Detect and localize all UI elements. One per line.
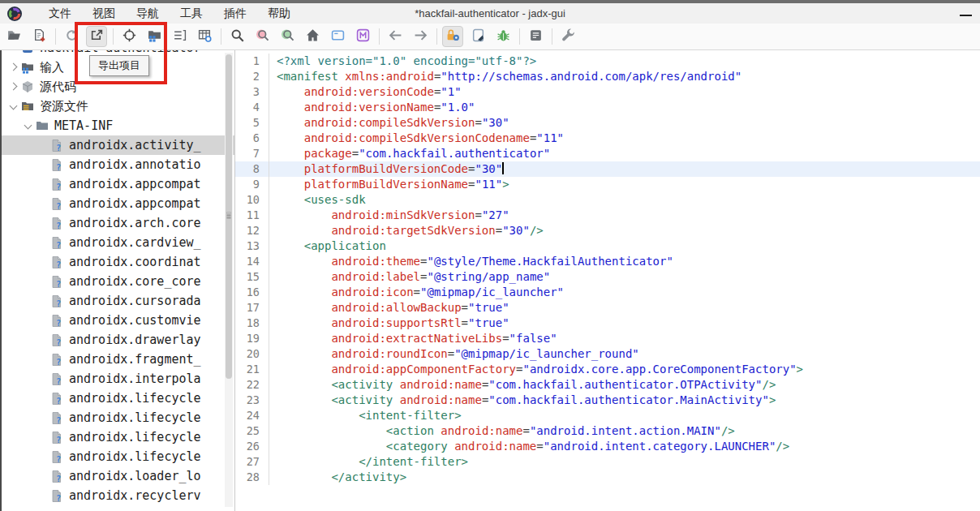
code-line: 1<?xml version="1.0" encoding="utf-8"?>	[235, 54, 980, 69]
export-button[interactable]	[86, 26, 107, 47]
refresh-button[interactable]	[61, 26, 82, 47]
jadx-logo-icon	[6, 6, 23, 22]
packages-folder-button[interactable]	[144, 26, 165, 47]
deobfuscation-button[interactable]	[442, 26, 463, 47]
code-editor[interactable]: 1<?xml version="1.0" encoding="utf-8"?>2…	[235, 50, 980, 511]
file-unknown-icon: ?	[50, 236, 65, 250]
chevron-down-icon[interactable]	[8, 101, 19, 112]
tree-item[interactable]: 资源文件	[2, 97, 234, 116]
menu-bar: 文件 视图 导航 工具 插件 帮助	[49, 6, 290, 21]
line-number: 10	[235, 192, 269, 208]
tree-item[interactable]: ?androidx.appcompat	[2, 194, 234, 213]
back-button[interactable]	[385, 26, 406, 47]
tree-item-label: 输入	[40, 60, 64, 75]
crosshair-button[interactable]	[118, 26, 140, 47]
svg-text:?: ?	[56, 202, 61, 210]
chevron-placeholder	[37, 354, 49, 365]
tree-item[interactable]: ?androidx.recyclerv	[2, 486, 234, 505]
tree-item-label: androidx.coordinat	[69, 255, 201, 269]
tree-item[interactable]: ?androidx.appcompat	[2, 174, 234, 194]
line-number: 17	[235, 300, 269, 316]
search-text-button[interactable]	[251, 26, 273, 47]
debug-button[interactable]	[492, 26, 514, 47]
tree-item[interactable]: ?androidx.coordinat	[2, 252, 234, 272]
forward-button[interactable]	[410, 26, 431, 47]
file-unknown-icon: ?	[50, 139, 65, 152]
search-icon	[230, 28, 244, 45]
chevron-down-icon[interactable]	[23, 120, 34, 131]
menu-tools[interactable]: 工具	[180, 6, 203, 21]
tree-item[interactable]: ?androidx.loader_lo	[2, 466, 234, 486]
chevron-right-icon[interactable]	[8, 62, 19, 73]
main-activity-button[interactable]	[352, 26, 373, 47]
line-number: 12	[235, 223, 269, 238]
tree-item[interactable]: ?androidx.lifecycle	[2, 389, 234, 408]
svg-text:?: ?	[56, 455, 61, 463]
svg-text:?: ?	[56, 474, 61, 483]
table-button[interactable]	[194, 26, 215, 47]
tree-item[interactable]: ?androidx.activity_	[2, 135, 234, 155]
tree-item[interactable]: ?androidx.drawerlay	[2, 330, 234, 350]
window-top-border	[0, 0, 980, 3]
tree-item[interactable]: ?androidx.fragment_	[2, 350, 234, 369]
tree-item[interactable]: ?androidx.lifecycle	[2, 447, 234, 466]
tree-item[interactable]: ?androidx.interpola	[2, 369, 234, 389]
file-unknown-icon: ?	[50, 197, 65, 211]
window-frame-button[interactable]	[327, 26, 348, 47]
search-class-button[interactable]	[277, 26, 298, 47]
code-line: 3 android:versionCode="1"	[235, 84, 980, 100]
tree-item[interactable]: ?androidx.annotatio	[2, 155, 234, 174]
tree-item-label: androidx.interpola	[69, 371, 201, 386]
sidebar-scrollbar[interactable]	[225, 53, 233, 507]
tree-item-label: androidx.core_core	[69, 274, 201, 289]
tree-item-label: androidx.lifecycle	[69, 449, 201, 464]
menu-file[interactable]: 文件	[49, 6, 71, 21]
chevron-right-icon[interactable]	[8, 81, 19, 92]
search-button[interactable]	[226, 26, 247, 47]
menu-view[interactable]: 视图	[92, 6, 115, 21]
tree-item-label: 资源文件	[40, 99, 88, 114]
code-line: 8 platformBuildVersionCode="30"	[235, 161, 980, 177]
code-line: 12 android:targetSdkVersion="30"/>	[235, 223, 980, 238]
home-button[interactable]	[302, 26, 323, 47]
scrollbar-thumb[interactable]	[226, 54, 232, 379]
tree-item[interactable]: META-INF	[2, 116, 234, 135]
menu-plugins[interactable]: 插件	[224, 6, 247, 21]
menu-navigation[interactable]: 导航	[136, 6, 159, 21]
tree-item[interactable]: ?androidx.cursorada	[2, 291, 234, 311]
log-icon	[529, 28, 543, 45]
tree-item[interactable]: ?androidx.lifecycle	[2, 427, 234, 447]
line-number: 24	[235, 408, 269, 423]
code-line: 28 </activity>	[235, 470, 980, 485]
log-button[interactable]	[525, 26, 546, 47]
svg-text:?: ?	[56, 163, 61, 171]
code-line: 6 android:compileSdkVersionCodename="11"	[235, 131, 980, 146]
tree-item-label: androidx.loader_lo	[69, 469, 201, 483]
code-line: 20 android:roundIcon="@mipmap/ic_launche…	[235, 346, 980, 362]
tree-item[interactable]: ?androidx.arch.core	[2, 213, 234, 233]
add-files-button[interactable]	[28, 26, 49, 47]
chevron-placeholder	[37, 373, 49, 384]
tree-item[interactable]: ?androidx.customvie	[2, 311, 234, 330]
minimize-button[interactable]	[960, 15, 972, 16]
tree-item[interactable]: ?androidx.core_core	[2, 272, 234, 291]
tree-item-label: androidx.lifecycle	[69, 391, 201, 406]
open-file-icon	[7, 28, 21, 45]
quark-button[interactable]	[467, 26, 488, 47]
tree-item[interactable]: 源代码	[2, 77, 234, 97]
tree-item[interactable]: ?androidx.cardview_	[2, 233, 234, 252]
tree-item[interactable]: ?androidx.lifecycle	[2, 408, 234, 427]
line-number: 28	[235, 470, 269, 485]
line-number: 23	[235, 393, 269, 408]
settings-button[interactable]	[557, 26, 578, 47]
open-file-button[interactable]	[3, 26, 24, 47]
menu-help[interactable]: 帮助	[268, 6, 290, 21]
file-tree-panel[interactable]: hackfail-authenticator输入源代码资源文件META-INF?…	[0, 24, 234, 511]
file-unknown-icon: ?	[50, 217, 65, 230]
chevron-placeholder	[37, 256, 49, 268]
line-number: 16	[235, 285, 269, 300]
svg-text:?: ?	[56, 182, 61, 191]
chevron-placeholder	[37, 140, 49, 151]
code-line: 13 <application	[235, 238, 980, 254]
flat-packages-button[interactable]	[169, 26, 190, 47]
